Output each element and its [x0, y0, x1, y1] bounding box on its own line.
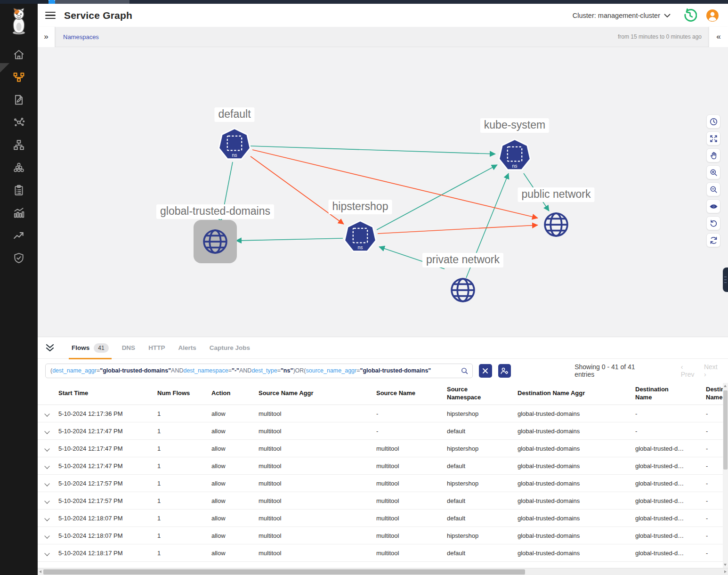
table-cell: global-trusted-domains	[518, 532, 635, 539]
table-row[interactable]: 5-10-2024 12:17:47 PM1allowmultitool-def…	[38, 422, 728, 440]
breadcrumb-bar: » Namespaces from 15 minutes to 0 minute…	[38, 27, 728, 47]
table-row[interactable]: 5-10-2024 12:17:47 PM1allowmultitoolmult…	[38, 457, 728, 475]
table-cell: global-trusted-d…	[635, 550, 706, 557]
table-cell: global-trusted-domains	[518, 428, 635, 435]
row-expander-chevron-icon[interactable]	[44, 533, 49, 538]
table-cell: allow	[211, 497, 259, 504]
expand-button[interactable]	[706, 131, 720, 146]
zoom-out-button[interactable]	[706, 182, 720, 196]
filter-token: =	[228, 367, 232, 374]
sidebar-item-trending[interactable]	[0, 224, 38, 247]
service-graph-canvas[interactable]: nsdefaultnskube-systemglobal-trusted-dom…	[38, 47, 728, 337]
row-expander-chevron-icon[interactable]	[44, 411, 49, 416]
trending-icon	[13, 229, 25, 242]
sidebar-item-home[interactable]	[0, 43, 38, 66]
statistics-icon	[13, 207, 25, 219]
history-icon[interactable]	[683, 8, 697, 23]
undo-button[interactable]	[706, 216, 720, 230]
edge-default-to-public-network[interactable]	[252, 150, 538, 218]
graph-node-hipstershop[interactable]: ns	[341, 218, 379, 256]
table-row[interactable]: 5-10-2024 12:18:17 PM1allowmultitoolmult…	[38, 544, 728, 562]
sidebar-item-shield[interactable]	[0, 247, 38, 269]
column-header-source-namespace[interactable]: Source Namespace	[447, 386, 518, 401]
row-expander-chevron-icon[interactable]	[44, 498, 49, 503]
graph-node-kube-system[interactable]: ns	[496, 137, 534, 174]
sidebar-item-network[interactable]	[0, 134, 38, 156]
horizontal-scrollbar-thumb[interactable]	[43, 569, 525, 575]
node-label-private-network: private network	[422, 253, 503, 267]
row-expander-chevron-icon[interactable]	[44, 481, 49, 486]
table-cell: global-trusted-domains	[518, 480, 635, 487]
pan-hand-button[interactable]	[706, 148, 720, 162]
expand-panel-button[interactable]: »	[38, 27, 55, 47]
column-header-start-time[interactable]: Start Time	[58, 389, 157, 397]
table-cell: 5-10-2024 12:18:07 PM	[58, 515, 157, 522]
sidebar-item-compliance[interactable]	[0, 179, 38, 202]
table-row[interactable]: 5-10-2024 12:18:07 PM1allowmultitoolmult…	[38, 510, 728, 527]
column-header-num-flows[interactable]: Num Flows	[157, 389, 211, 397]
breadcrumb[interactable]: Namespaces	[63, 33, 99, 40]
tab-flows[interactable]: Flows41	[65, 337, 115, 359]
table-row[interactable]: 5-10-2024 12:17:57 PM1allowmultitoolmult…	[38, 475, 728, 492]
node-label-global-trusted-domains: global-trusted-domains	[156, 204, 274, 219]
table-row[interactable]: 5-10-2024 12:17:47 PM1allowmultitoolmult…	[38, 440, 728, 457]
time-range-label: from 15 minutes to 0 minutes ago	[618, 33, 702, 40]
zoom-in-button[interactable]	[706, 165, 720, 179]
column-header-source-name-aggr[interactable]: Source Name Aggr	[259, 389, 376, 397]
next-button[interactable]: Next ›	[704, 363, 720, 378]
sidebar-item-endpoints[interactable]	[0, 111, 38, 134]
vertical-scrollbar-thumb[interactable]	[723, 390, 728, 470]
filter-query-input[interactable]: (dest_name_aggr = "global-trusted-domain…	[45, 364, 473, 378]
table-cell: global-trusted-domains	[518, 445, 635, 452]
table-cell: default	[447, 428, 518, 435]
menu-icon[interactable]	[45, 12, 56, 19]
sidebar-item-service-graph[interactable]	[0, 66, 38, 89]
filter-token: source_name_aggr	[306, 367, 356, 374]
row-expander-chevron-icon[interactable]	[44, 429, 49, 434]
column-header-source-name[interactable]: Source Name	[376, 389, 447, 397]
edge-hipstershop-to-global-trusted-domains[interactable]	[236, 238, 343, 241]
row-expander-chevron-icon[interactable]	[44, 446, 49, 451]
sidebar-item-clusters[interactable]	[0, 156, 38, 179]
refresh-button[interactable]	[706, 233, 720, 247]
collapse-right-button[interactable]: «	[709, 27, 728, 47]
table-row[interactable]: 5-10-2024 12:18:07 PM1allowmultitoolmult…	[38, 527, 728, 544]
pagination: ‹ Prev Next ›	[681, 363, 720, 378]
row-expander-chevron-icon[interactable]	[44, 463, 49, 469]
tab-dns[interactable]: DNS	[115, 337, 142, 359]
graph-node-private-network[interactable]	[444, 271, 482, 309]
sidebar-item-statistics[interactable]	[0, 202, 38, 224]
calico-cat-logo[interactable]	[8, 8, 30, 37]
user-avatar-icon[interactable]	[705, 8, 720, 23]
edge-hipstershop-to-public-network[interactable]	[378, 225, 538, 234]
graph-toolbar	[706, 114, 720, 247]
column-header-destination-name-aggr[interactable]: Destination Name Aggr	[518, 389, 635, 397]
column-header-action[interactable]: Action	[211, 389, 259, 397]
vertical-scrollbar[interactable]	[723, 383, 728, 568]
tab-capture-jobs[interactable]: Capture Jobs	[203, 337, 257, 359]
graph-node-public-network[interactable]	[537, 206, 575, 243]
row-expander-chevron-icon[interactable]	[44, 551, 49, 556]
filter-settings-button[interactable]	[498, 364, 511, 378]
table-row[interactable]: 5-10-2024 12:17:57 PM1allowmultitoolmult…	[38, 492, 728, 510]
sidebar-item-policies[interactable]	[0, 89, 38, 111]
clock-button[interactable]	[706, 114, 720, 129]
column-header-destination-name[interactable]: Destination Name	[635, 386, 706, 401]
right-panel-handle[interactable]	[723, 267, 728, 292]
edge-default-to-kube-system[interactable]	[251, 146, 495, 154]
prev-button[interactable]: ‹ Prev	[681, 363, 697, 378]
horizontal-scrollbar[interactable]	[38, 568, 728, 575]
row-expander-chevron-icon[interactable]	[44, 516, 49, 521]
cluster-selector[interactable]: Cluster: management-cluster	[573, 12, 671, 19]
eye-button[interactable]	[706, 199, 720, 213]
table-row[interactable]: 5-10-2024 12:17:36 PM1allowmultitool-hip…	[38, 405, 728, 422]
edge-hipstershop-to-kube-system[interactable]	[377, 165, 497, 230]
svg-text:ns: ns	[357, 245, 363, 250]
graph-node-default[interactable]: ns	[216, 126, 253, 163]
clear-filter-button[interactable]	[479, 364, 492, 378]
graph-node-global-trusted-domains[interactable]	[194, 220, 237, 263]
bottom-panel: Flows41DNSHTTPAlertsCapture Jobs (dest_n…	[38, 337, 728, 575]
double-chevron-down-icon[interactable]	[45, 344, 55, 352]
tab-http[interactable]: HTTP	[142, 337, 171, 359]
tab-alerts[interactable]: Alerts	[171, 337, 202, 359]
